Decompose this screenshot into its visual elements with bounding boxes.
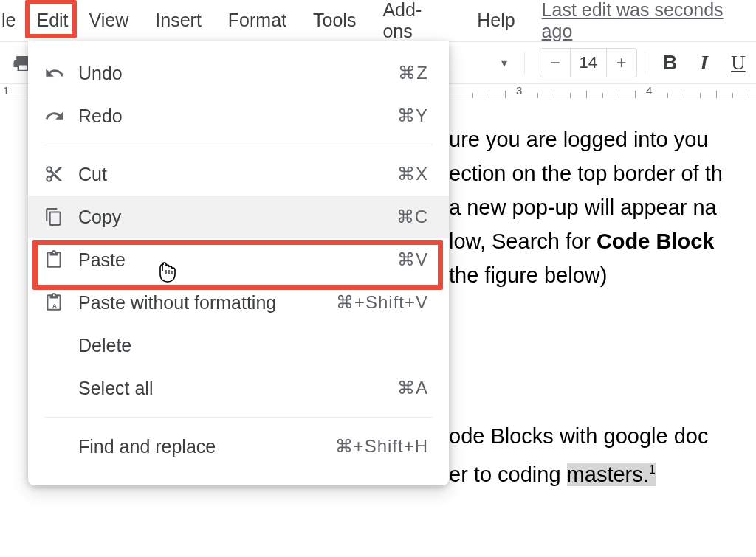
menu-label: Paste without formatting: [78, 292, 336, 314]
text-bold: Code Block: [597, 229, 715, 253]
menu-shortcut: ⌘C: [396, 207, 428, 227]
menu-shortcut: ⌘X: [397, 164, 428, 184]
ruler-tick: [554, 93, 554, 98]
menu-format[interactable]: Format: [218, 5, 297, 35]
ruler-tick: [700, 93, 701, 98]
ruler-number: 1: [3, 84, 9, 97]
font-size-decrease[interactable]: −: [540, 49, 570, 77]
ruler-tick: [489, 93, 489, 98]
menu-undo[interactable]: Undo ⌘Z: [28, 52, 449, 94]
ruler-number: 4: [646, 84, 652, 97]
menu-find-replace[interactable]: Find and replace ⌘+Shift+H: [28, 425, 449, 468]
underline-button[interactable]: U: [726, 49, 750, 77]
paragraph-2: ode Blocks with google doc er to coding …: [449, 419, 756, 491]
text: ode Blocks with google doc: [449, 424, 708, 448]
menu-label: Undo: [78, 63, 398, 84]
blank-icon: [44, 333, 74, 357]
ruler-tick: [505, 91, 506, 98]
menu-tools[interactable]: Tools: [303, 5, 366, 35]
copy-icon: [44, 205, 74, 229]
menu-view[interactable]: View: [79, 5, 140, 35]
svg-text:A: A: [52, 302, 58, 310]
menu-shortcut: ⌘V: [397, 249, 428, 270]
menu-help[interactable]: Help: [467, 5, 525, 35]
font-size-group: − +: [540, 48, 637, 77]
undo-icon: [44, 61, 74, 85]
menu-edit[interactable]: Edit: [26, 5, 78, 35]
menu-cut[interactable]: Cut ⌘X: [28, 153, 449, 196]
ruler-tick: [667, 93, 668, 98]
redo-icon: [44, 104, 74, 128]
edit-dropdown: Undo ⌘Z Redo ⌘Y Cut ⌘X Copy ⌘C Paste ⌘V …: [28, 41, 449, 485]
menu-shortcut: ⌘+Shift+H: [335, 436, 428, 457]
footnote-ref: 1: [649, 463, 656, 476]
menu-shortcut: ⌘A: [397, 378, 428, 398]
text: a new pop-up will appear na: [449, 196, 717, 219]
last-edit-link[interactable]: Last edit was seconds ago: [542, 0, 756, 42]
menu-shortcut: ⌘Y: [397, 105, 428, 126]
menu-label: Copy: [78, 207, 396, 228]
text: ection on the top border of th: [449, 162, 723, 185]
menu-delete[interactable]: Delete: [28, 324, 449, 367]
menu-insert[interactable]: Insert: [145, 5, 212, 35]
dropdown-caret-icon: ▾: [501, 56, 507, 70]
menu-label: Delete: [78, 335, 428, 356]
menu-paste-no-format[interactable]: A Paste without formatting ⌘+Shift+V: [28, 281, 449, 324]
menu-label: Paste: [78, 249, 397, 271]
menu-shortcut: ⌘+Shift+V: [336, 292, 428, 313]
paste-nofmt-icon: A: [44, 291, 74, 314]
toolbar-separator: [645, 52, 645, 74]
text: the figure below): [449, 263, 607, 287]
menu-label: Find and replace: [78, 436, 335, 457]
menu-label: Cut: [78, 164, 397, 185]
ruler-tick: [749, 93, 749, 98]
font-size-increase[interactable]: +: [607, 49, 636, 77]
ruler-tick: [472, 93, 473, 98]
ruler-number: 3: [516, 84, 522, 97]
ruler-tick: [586, 91, 587, 98]
ruler-tick: [602, 93, 603, 98]
menu-redo[interactable]: Redo ⌘Y: [28, 94, 449, 137]
blank-icon: [44, 376, 74, 400]
paste-icon: [44, 248, 74, 271]
font-size-input[interactable]: [570, 49, 607, 77]
ruler-tick: [732, 93, 733, 98]
menu-label: Redo: [78, 105, 397, 127]
menu-label: Select all: [78, 378, 397, 399]
menu-shortcut: ⌘Z: [398, 63, 428, 83]
text: low, Search for: [449, 229, 597, 253]
menu-paste[interactable]: Paste ⌘V: [28, 238, 449, 281]
ruler-tick: [635, 91, 636, 98]
ruler-tick: [570, 93, 571, 98]
text-selected: masters.1: [567, 463, 656, 486]
paragraph-1: ure you are logged into you ection on th…: [449, 122, 756, 292]
ruler-tick: [684, 93, 684, 98]
menu-divider: [44, 417, 433, 418]
menu-divider: [44, 145, 433, 145]
ruler-tick: [619, 93, 619, 98]
font-family-dropdown[interactable]: ▾: [492, 49, 517, 76]
text: ure you are logged into you: [449, 128, 708, 151]
toolbar-separator: [524, 52, 525, 74]
menubar: le Edit View Insert Format Tools Add-ons…: [0, 0, 756, 41]
menu-addons[interactable]: Add-ons: [372, 0, 461, 46]
menu-copy[interactable]: Copy ⌘C: [28, 196, 449, 238]
cut-icon: [44, 162, 74, 186]
bold-button[interactable]: B: [659, 49, 682, 77]
menu-file[interactable]: le: [0, 5, 26, 35]
blank-icon: [44, 435, 74, 458]
ruler-tick: [716, 91, 717, 98]
menu-select-all[interactable]: Select all ⌘A: [28, 367, 449, 409]
text: er to coding: [449, 463, 567, 486]
italic-button[interactable]: I: [693, 49, 716, 77]
ruler-tick: [537, 93, 538, 98]
